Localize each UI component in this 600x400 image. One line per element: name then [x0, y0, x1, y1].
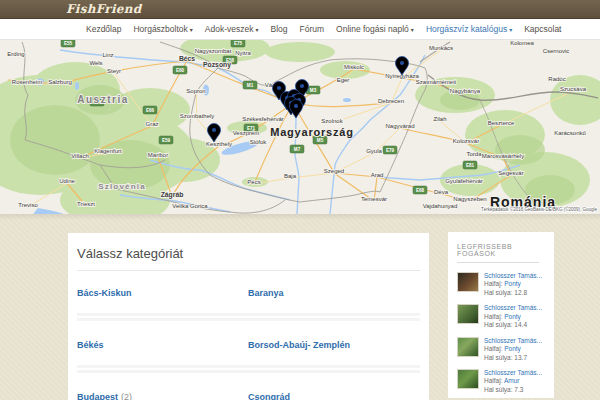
road-shield-label: E59: [162, 138, 171, 143]
main-navigation: KezdőlapHorgászboltok▾Adok-veszek▾BlogFó…: [0, 19, 600, 40]
pin-dot: [294, 104, 298, 108]
catch-photo-thumbnail[interactable]: [457, 272, 479, 292]
map-city-label: Linz: [102, 52, 113, 58]
site-logo[interactable]: FishFriend: [66, 0, 142, 18]
road-shield-label: E75: [234, 41, 243, 46]
species-link[interactable]: Ponty: [504, 345, 521, 352]
map-city-label: Szucsáva: [560, 86, 587, 92]
map-city-label: Szombathely: [180, 113, 215, 119]
road-shield-label: M3: [310, 88, 317, 93]
road-shield-label: M7: [294, 147, 301, 152]
map-city-label: Wels: [89, 60, 102, 66]
map-city-label: Szatmárnémeti: [416, 79, 456, 85]
category-link[interactable]: Békés: [77, 340, 104, 350]
road-shield-label: M1: [247, 83, 254, 88]
catch-title-link[interactable]: Schlosszer Tamás...: [484, 272, 542, 280]
road-shield: E66: [143, 106, 157, 114]
map-city-label: Velika Gorica: [172, 203, 208, 209]
road-shield-label: E79: [386, 148, 395, 153]
catch-list-item: Schlosszer Tamás...Halfaj: PontyHal súly…: [457, 337, 546, 362]
catch-photo-thumbnail[interactable]: [457, 337, 479, 357]
category-link[interactable]: Bács-Kiskun: [77, 288, 132, 298]
map-city-label: Vajdahunyad: [423, 203, 458, 209]
nav-item-5[interactable]: Online fogási napló▾: [336, 24, 414, 34]
separator-bar: [77, 365, 420, 368]
species-link[interactable]: Ponty: [504, 313, 521, 320]
catch-weight-line: Hal súlya: 14.4: [484, 321, 542, 329]
nav-item-1[interactable]: Horgászboltok▾: [133, 24, 192, 34]
species-label: Halfaj:: [484, 280, 504, 287]
map-city-label: Kolozsvár: [453, 138, 479, 144]
catch-text: Schlosszer Tamás...Halfaj: PontyHal súly…: [484, 337, 542, 362]
catch-text: Schlosszer Tamás...Halfaj: AmurHal súlya…: [484, 369, 542, 394]
catch-list-item: Schlosszer Tamás...Halfaj: AmurHal súlya…: [457, 369, 546, 394]
category-cell: Csongrád: [248, 386, 419, 400]
map-city-label: Segesvár: [498, 170, 523, 176]
map-city-label: Nagyvárad: [385, 123, 414, 129]
map-city-label: Keszthely: [206, 141, 232, 147]
chevron-down-icon: ▾: [190, 27, 193, 33]
map-city-label: Treviso: [18, 202, 38, 208]
road-shield-label: M5: [317, 138, 324, 143]
nav-item-2[interactable]: Adok-veszek▾: [205, 24, 259, 34]
catch-photo-thumbnail[interactable]: [457, 369, 479, 389]
catch-species-line: Halfaj: Amur: [484, 377, 542, 385]
map-city-label: Beszterce: [488, 120, 515, 126]
map-attribution: Térképadatok ©2016 GeoBasis-DE/BKG (©200…: [481, 206, 597, 212]
map-city-label: Salzburg: [48, 79, 72, 85]
catch-text: Schlosszer Tamás...Halfaj: PontyHal súly…: [484, 304, 542, 329]
row-separator: [77, 313, 420, 321]
road-shield: M7: [290, 145, 304, 153]
chevron-down-icon: ▾: [509, 27, 512, 33]
top-brand-bar: FishFriend: [0, 0, 600, 19]
catch-list-item: Schlosszer Tamás...Halfaj: PontyHal súly…: [457, 272, 546, 297]
nav-item-3[interactable]: Blog: [271, 24, 288, 34]
nav-item-7[interactable]: Kapcsolat: [524, 24, 561, 34]
category-link[interactable]: Csongrád: [248, 392, 290, 400]
map-city-label: Trieszt: [77, 201, 95, 207]
map-city-label: Arad: [371, 172, 384, 178]
separator-bar: [77, 313, 420, 316]
nav-item-6[interactable]: Horgászvíz katalógus▾: [426, 24, 512, 34]
map-city-label: Szolnok: [321, 118, 343, 124]
map-city-label: Csernovic: [543, 48, 570, 54]
map-city-label: Nagybánya: [450, 88, 481, 94]
category-cell: Borsod-Abaúj- Zemplén: [248, 334, 419, 352]
species-label: Halfaj:: [484, 313, 504, 320]
catch-species-line: Halfaj: Ponty: [484, 345, 542, 353]
catch-species-line: Halfaj: Ponty: [484, 313, 542, 321]
category-cell: Bács-Kiskun: [77, 282, 248, 300]
pin-dot: [212, 128, 216, 132]
road-shield-label: E55: [64, 41, 73, 46]
map-city-label: Nagyszombat: [195, 48, 232, 54]
species-link[interactable]: Ponty: [504, 280, 521, 287]
category-cell: Békés: [77, 334, 248, 352]
catch-title-link[interactable]: Schlosszer Tamás...: [484, 337, 542, 345]
category-link[interactable]: Budapest: [77, 392, 118, 400]
map-city-label: Zilah: [433, 116, 446, 122]
category-link[interactable]: Baranya: [248, 288, 284, 298]
map-city-label: Karácsonkő: [554, 130, 586, 136]
map-city-label: Graz: [145, 121, 158, 127]
catch-weight-line: Hal súlya: 13.7: [484, 354, 542, 362]
map-city-label: Déva: [434, 189, 449, 195]
catch-title-link[interactable]: Schlosszer Tamás...: [484, 304, 542, 312]
nav-item-4[interactable]: Fórum: [300, 24, 325, 34]
category-link[interactable]: Borsod-Abaúj- Zemplén: [248, 340, 350, 350]
species-label: Halfaj:: [484, 345, 504, 352]
map-city-label: Miskolc: [344, 64, 364, 70]
map[interactable]: E55E75E58E60M1M3E56E66E59E71M7M5E79E68E8…: [0, 40, 600, 214]
species-link[interactable]: Amur: [504, 377, 520, 384]
nav-item-0[interactable]: Kezdőlap: [86, 24, 121, 34]
map-city-label: Bécs: [179, 55, 195, 62]
catch-photo-thumbnail[interactable]: [457, 304, 479, 324]
pin-dot: [277, 86, 281, 90]
map-city-label: Nyitra: [235, 50, 251, 56]
category-row: Bács-KiskunBaranya: [77, 271, 420, 300]
road-shield-label: E60: [176, 68, 185, 73]
catch-title-link[interactable]: Schlosszer Tamás...: [484, 369, 542, 377]
map-city-label: Gyula: [366, 148, 382, 154]
pin-dot: [300, 84, 304, 88]
row-separator: [77, 365, 420, 373]
category-count: (2): [121, 392, 132, 400]
